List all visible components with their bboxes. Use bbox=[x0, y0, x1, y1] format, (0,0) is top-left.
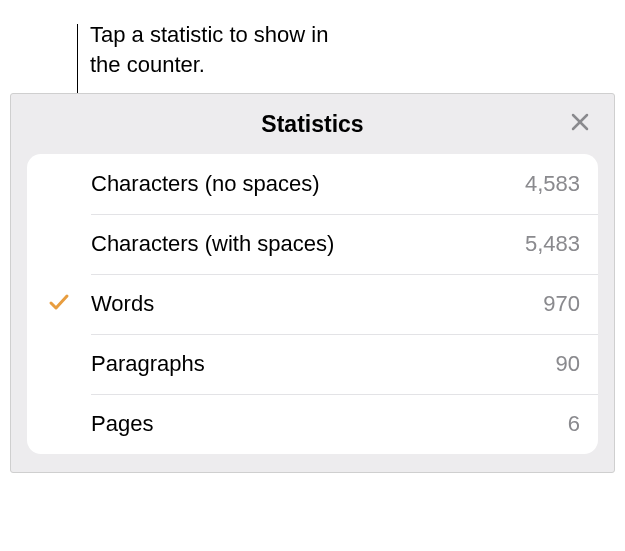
stat-label: Characters (no spaces) bbox=[91, 171, 525, 197]
checkmark-slot bbox=[27, 290, 91, 318]
callout-text: Tap a statistic to show in the counter. bbox=[90, 20, 350, 79]
stat-row-paragraphs[interactable]: Paragraphs 90 bbox=[27, 334, 598, 394]
stat-label: Characters (with spaces) bbox=[91, 231, 525, 257]
panel-title: Statistics bbox=[261, 111, 363, 138]
stat-value: 4,583 bbox=[525, 171, 580, 197]
stat-value: 6 bbox=[568, 411, 580, 437]
stat-value: 5,483 bbox=[525, 231, 580, 257]
stat-label: Words bbox=[91, 291, 543, 317]
close-button[interactable] bbox=[566, 110, 594, 138]
stat-label: Pages bbox=[91, 411, 568, 437]
statistics-panel: Statistics Characters (no spaces) 4,583 … bbox=[10, 93, 615, 473]
stat-row-characters-no-spaces[interactable]: Characters (no spaces) 4,583 bbox=[27, 154, 598, 214]
stat-value: 970 bbox=[543, 291, 580, 317]
statistics-list: Characters (no spaces) 4,583 Characters … bbox=[27, 154, 598, 454]
close-icon bbox=[570, 112, 590, 136]
stat-row-characters-with-spaces[interactable]: Characters (with spaces) 5,483 bbox=[27, 214, 598, 274]
stat-row-words[interactable]: Words 970 bbox=[27, 274, 598, 334]
checkmark-icon bbox=[47, 290, 71, 318]
panel-header: Statistics bbox=[11, 94, 614, 154]
stat-row-pages[interactable]: Pages 6 bbox=[27, 394, 598, 454]
stat-label: Paragraphs bbox=[91, 351, 556, 377]
stat-value: 90 bbox=[556, 351, 580, 377]
